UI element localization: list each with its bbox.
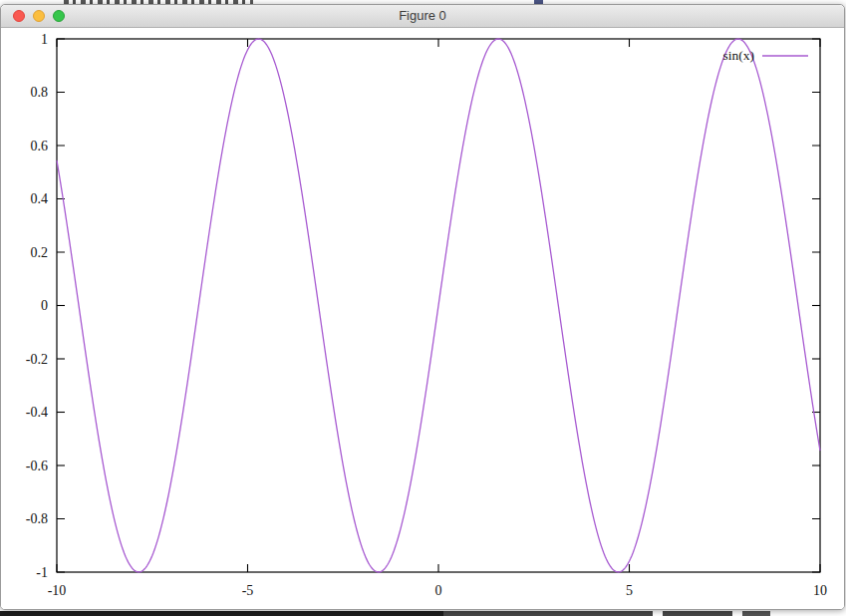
minimize-button[interactable]	[33, 10, 45, 22]
y-tick-label: 0.4	[31, 191, 49, 206]
window-titlebar[interactable]: Figure 0	[1, 5, 844, 28]
sin-plot: -10-5051010.80.60.40.20-0.2-0.4-0.6-0.8-…	[1, 28, 845, 610]
x-tick-label: -10	[48, 583, 67, 598]
y-tick-label: -0.4	[26, 405, 48, 420]
plot-canvas: -10-5051010.80.60.40.20-0.2-0.4-0.6-0.8-…	[1, 28, 844, 609]
desktop: { "window": { "title": "Figure 0", "cont…	[0, 0, 846, 616]
zoom-button[interactable]	[53, 10, 65, 22]
x-tick-label: 5	[626, 583, 633, 598]
y-tick-label: 0.2	[31, 245, 49, 260]
sin-curve	[57, 39, 820, 572]
background-artifact-bottom	[0, 611, 443, 616]
traffic-lights	[13, 10, 65, 22]
y-tick-label: -0.6	[26, 459, 48, 473]
y-tick-label: 1	[41, 32, 48, 47]
legend-label: sin(x)	[723, 48, 755, 63]
x-tick-label: 0	[435, 583, 442, 598]
y-tick-label: -1	[36, 565, 48, 580]
x-tick-label: -5	[242, 583, 254, 598]
window-title: Figure 0	[1, 5, 844, 27]
close-button[interactable]	[13, 10, 25, 22]
y-tick-label: 0.8	[31, 85, 49, 100]
x-tick-label: 10	[813, 583, 827, 598]
background-artifact-bottom	[443, 611, 653, 616]
y-tick-label: -0.2	[26, 352, 48, 367]
gnuplot-window: Figure 0 -10-5051010.80.60.40.20-0.2-0.4…	[0, 4, 845, 610]
y-tick-label: -0.8	[26, 511, 48, 526]
background-artifact-bottom	[742, 611, 770, 616]
y-tick-label: 0	[41, 298, 48, 313]
background-artifact-bottom	[663, 611, 732, 616]
y-tick-label: 0.6	[31, 139, 49, 154]
